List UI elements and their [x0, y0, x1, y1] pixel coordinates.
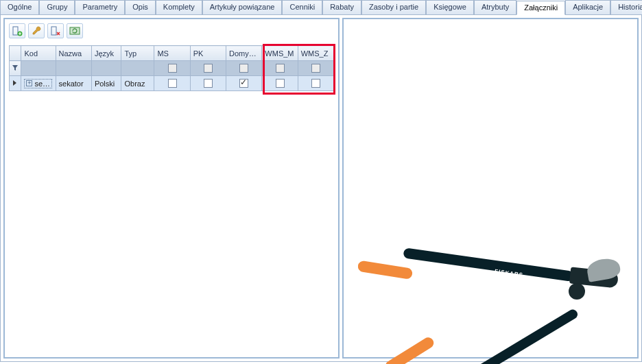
expand-icon[interactable]: + [26, 80, 32, 86]
tab-opis[interactable]: Opis [125, 0, 156, 14]
cell-kod[interactable]: + se… [21, 76, 56, 91]
filter-pk[interactable] [190, 61, 226, 76]
cell-jezyk[interactable]: Polski [91, 76, 121, 91]
delete-icon [50, 25, 61, 36]
col-typ[interactable]: Typ [121, 46, 154, 61]
attachments-grid[interactable]: Kod Nazwa Język Typ MS PK Domy… WMS_M WM… [9, 45, 334, 91]
cell-nazwa[interactable]: sekator [56, 76, 91, 91]
table-row[interactable]: + se… sekator Polski Obraz [10, 76, 334, 91]
filter-wmsz[interactable] [298, 61, 333, 76]
wrench-icon [31, 25, 42, 36]
add-icon [12, 25, 23, 36]
tab-ksiegowe[interactable]: Księgowe [426, 0, 474, 14]
tab-atrybuty[interactable]: Atrybuty [474, 0, 516, 14]
content-area: Kod Nazwa Język Typ MS PK Domy… WMS_M WM… [0, 15, 642, 362]
refresh-icon [69, 25, 80, 36]
filter-typ[interactable] [121, 61, 154, 76]
preview-panel: FISKARS [342, 18, 639, 359]
svg-rect-2 [51, 27, 56, 35]
filter-icon [12, 64, 19, 71]
filter-wmsm[interactable] [262, 61, 298, 76]
edit-button[interactable] [28, 23, 45, 38]
col-wmsz[interactable]: WMS_Z [298, 46, 333, 61]
col-pk[interactable]: PK [190, 46, 226, 61]
cell-ms[interactable] [154, 76, 190, 91]
cell-pk[interactable] [190, 76, 226, 91]
cell-kod-text: se… [34, 80, 50, 88]
grid-filter-row[interactable] [10, 61, 334, 76]
col-domy[interactable]: Domy… [226, 46, 262, 61]
grid-toolbar [5, 19, 338, 43]
col-wmsm[interactable]: WMS_M [262, 46, 298, 61]
col-kod[interactable]: Kod [21, 46, 56, 61]
attachments-panel: Kod Nazwa Język Typ MS PK Domy… WMS_M WM… [3, 18, 340, 359]
current-row-icon [12, 80, 18, 86]
tab-grupy[interactable]: Grupy [39, 0, 75, 14]
cell-wmsm[interactable] [262, 76, 298, 91]
row-selector-header[interactable] [10, 46, 21, 61]
row-indicator [10, 76, 21, 91]
cell-domy[interactable] [226, 76, 262, 91]
col-ms[interactable]: MS [154, 46, 190, 61]
tab-komplety[interactable]: Komplety [156, 0, 202, 14]
filter-jezyk[interactable] [91, 61, 121, 76]
tab-strip: Ogólne Grupy Parametry Opis Komplety Art… [0, 0, 642, 15]
filter-ms[interactable] [154, 61, 190, 76]
tab-rabaty[interactable]: Rabaty [322, 0, 361, 14]
cell-typ[interactable]: Obraz [121, 76, 154, 91]
col-jezyk[interactable]: Język [91, 46, 121, 61]
cell-wmsz[interactable] [298, 76, 333, 91]
refresh-button[interactable] [67, 23, 83, 38]
tab-historia-zmian[interactable]: Historia zmian [610, 0, 642, 14]
filter-indicator [10, 61, 21, 76]
add-button[interactable] [9, 23, 25, 38]
svg-rect-0 [13, 27, 18, 35]
filter-kod[interactable] [21, 61, 56, 76]
tab-cenniki[interactable]: Cenniki [282, 0, 322, 14]
filter-nazwa[interactable] [56, 61, 91, 76]
tab-artykuly-powiazane[interactable]: Artykuły powiązane [202, 0, 283, 14]
grid-header-row: Kod Nazwa Język Typ MS PK Domy… WMS_M WM… [10, 46, 334, 61]
filter-domy[interactable] [226, 61, 262, 76]
tab-parametry[interactable]: Parametry [75, 0, 125, 14]
tab-aplikacje[interactable]: Aplikacje [565, 0, 610, 14]
delete-button[interactable] [47, 23, 64, 38]
attachment-preview: FISKARS [350, 218, 625, 362]
tab-zasoby-i-partie[interactable]: Zasoby i partie [361, 0, 426, 14]
tab-ogolne[interactable]: Ogólne [0, 0, 39, 14]
tab-zalaczniki[interactable]: Załączniki [516, 1, 565, 15]
col-nazwa[interactable]: Nazwa [56, 46, 91, 61]
